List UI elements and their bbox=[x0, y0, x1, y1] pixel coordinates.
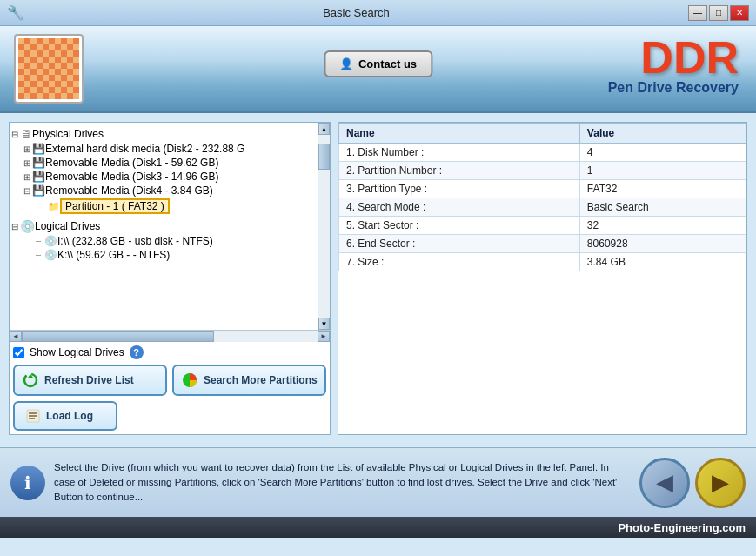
refresh-icon bbox=[22, 372, 39, 389]
close-button[interactable]: ✕ bbox=[730, 5, 749, 21]
log-icon bbox=[25, 408, 41, 424]
row-name: 2. Partition Number : bbox=[339, 162, 580, 180]
table-row: 2. Partition Number :1 bbox=[339, 162, 746, 180]
scroll-down-arrow[interactable]: ▼ bbox=[318, 318, 330, 330]
right-panel: Name Value 1. Disk Number :42. Partition… bbox=[338, 122, 747, 435]
table-row: 4. Search Mode :Basic Search bbox=[339, 198, 746, 217]
status-bar: ℹ Select the Drive (from which you want … bbox=[0, 447, 756, 517]
status-text: Select the Drive (from which you want to… bbox=[54, 460, 631, 506]
tree-item-idrive[interactable]: ┄ 💿 I:\\ (232.88 GB - usb disk - NTFS) bbox=[36, 234, 328, 248]
row-name: 1. Disk Number : bbox=[339, 144, 580, 162]
footer: Photo-Engineering.com bbox=[0, 517, 756, 538]
status-info-icon: ℹ bbox=[10, 466, 45, 500]
scroll-track bbox=[318, 135, 330, 318]
info-table: Name Value 1. Disk Number :42. Partition… bbox=[338, 123, 746, 271]
app-icon: 🔧 bbox=[7, 4, 24, 21]
show-logical-row: Show Logical Drives ? bbox=[13, 345, 326, 359]
row-name: 5. Start Sector : bbox=[339, 217, 580, 235]
expand-icon-disk4: ⊟ bbox=[23, 186, 30, 196]
idrive-icon: 💿 bbox=[44, 235, 57, 247]
row-value: FAT32 bbox=[579, 180, 746, 198]
window-title: Basic Search bbox=[24, 6, 688, 19]
horizontal-scrollbar[interactable]: ◄ ► bbox=[10, 330, 330, 342]
tree-item-partition1[interactable]: 📁 Partition - 1 ( FAT32 ) bbox=[48, 198, 328, 215]
row-value: 1 bbox=[579, 162, 746, 180]
action-buttons: Refresh Drive List Search More Partition… bbox=[13, 365, 326, 396]
row-value: 4 bbox=[579, 144, 746, 162]
back-button[interactable]: ◀ bbox=[639, 458, 690, 508]
tree-item-disk4[interactable]: ⊟ 💾 Removable Media (Disk4 - 3.84 GB) bbox=[23, 184, 328, 198]
disk4-icon: 💾 bbox=[32, 184, 45, 197]
load-log-button[interactable]: Load Log bbox=[13, 401, 117, 431]
next-button[interactable]: ▶ bbox=[695, 458, 746, 508]
vertical-scrollbar[interactable]: ▲ ▼ bbox=[318, 123, 330, 330]
contact-us-button[interactable]: 👤 Contact us bbox=[324, 50, 432, 77]
row-value: 8060928 bbox=[579, 235, 746, 253]
scroll-left-arrow[interactable]: ◄ bbox=[10, 331, 22, 342]
refresh-drive-button[interactable]: Refresh Drive List bbox=[13, 365, 167, 396]
ddr-logo: DDR Pen Drive Recovery bbox=[608, 35, 739, 96]
scroll-thumb[interactable] bbox=[318, 144, 330, 170]
show-logical-label: Show Logical Drives bbox=[30, 346, 124, 358]
row-name: 7. Size : bbox=[339, 253, 580, 271]
expand-icon-disk1: ⊞ bbox=[23, 158, 30, 168]
tree-item-disk3[interactable]: ⊞ 💾 Removable Media (Disk3 - 14.96 GB) bbox=[23, 170, 328, 184]
col-header-value: Value bbox=[579, 124, 746, 144]
left-panel: ⊟ 🖥 Physical Drives ⊞ 💾 External hard di… bbox=[9, 122, 331, 435]
search-partitions-button[interactable]: Search More Partitions bbox=[172, 365, 326, 396]
scroll-right-arrow[interactable]: ► bbox=[318, 331, 330, 342]
kdrive-connector: ┄ bbox=[36, 251, 41, 260]
ddr-title: DDR bbox=[608, 35, 739, 80]
tree-item-disk2[interactable]: ⊞ 💾 External hard disk media (Disk2 - 23… bbox=[23, 142, 328, 156]
tree-item-disk1[interactable]: ⊞ 💾 Removable Media (Disk1 - 59.62 GB) bbox=[23, 156, 328, 170]
h-scroll-thumb[interactable] bbox=[22, 331, 214, 342]
table-row: 5. Start Sector :32 bbox=[339, 217, 746, 235]
minimize-button[interactable]: — bbox=[688, 5, 707, 21]
tree-item-kdrive[interactable]: ┄ 💿 K:\\ (59.62 GB - - NTFS) bbox=[36, 248, 328, 262]
disk2-icon: 💾 bbox=[32, 143, 45, 155]
nav-buttons: ◀ ▶ bbox=[639, 458, 746, 508]
kdrive-label: K:\\ (59.62 GB - - NTFS) bbox=[57, 249, 170, 261]
refresh-btn-label: Refresh Drive List bbox=[44, 374, 134, 386]
row-name: 6. End Sector : bbox=[339, 235, 580, 253]
search-partitions-label: Search More Partitions bbox=[204, 374, 318, 386]
row-value: Basic Search bbox=[579, 198, 746, 217]
table-row: 3. Partition Type :FAT32 bbox=[339, 180, 746, 198]
disk1-label: Removable Media (Disk1 - 59.62 GB) bbox=[45, 157, 218, 169]
tree-root-physical[interactable]: ⊟ 🖥 Physical Drives bbox=[11, 126, 328, 142]
tree-root-logical[interactable]: ⊟ 💿 Logical Drives bbox=[11, 218, 328, 234]
app-logo bbox=[14, 34, 84, 104]
back-icon: ◀ bbox=[656, 469, 673, 496]
idrive-label: I:\\ (232.88 GB - usb disk - NTFS) bbox=[57, 235, 213, 247]
idrive-connector: ┄ bbox=[36, 237, 41, 246]
table-row: 6. End Sector :8060928 bbox=[339, 235, 746, 253]
row-value: 3.84 GB bbox=[579, 253, 746, 271]
show-logical-checkbox[interactable] bbox=[13, 347, 24, 358]
disk3-icon: 💾 bbox=[32, 171, 45, 183]
help-icon[interactable]: ? bbox=[130, 345, 144, 359]
scroll-up-arrow[interactable]: ▲ bbox=[318, 123, 330, 135]
disk1-icon: 💾 bbox=[32, 157, 45, 169]
disk3-label: Removable Media (Disk3 - 14.96 GB) bbox=[45, 171, 218, 183]
footer-brand: Photo-Engineering.com bbox=[618, 521, 746, 534]
tree-wrapper: ⊟ 🖥 Physical Drives ⊞ 💾 External hard di… bbox=[10, 123, 330, 330]
left-bottom-controls: Show Logical Drives ? Refresh Drive List bbox=[10, 342, 330, 434]
logical-drives-icon: 💿 bbox=[20, 219, 35, 233]
physical-drives-label: Physical Drives bbox=[32, 128, 104, 140]
ddr-subtitle: Pen Drive Recovery bbox=[608, 80, 739, 96]
logo-checker-pattern bbox=[18, 38, 79, 99]
tree-container[interactable]: ⊟ 🖥 Physical Drives ⊞ 💾 External hard di… bbox=[10, 123, 330, 330]
row-name: 4. Search Mode : bbox=[339, 198, 580, 217]
row-name: 3. Partition Type : bbox=[339, 180, 580, 198]
expand-icon: ⊟ bbox=[11, 130, 18, 139]
row-value: 32 bbox=[579, 217, 746, 235]
partition-icon: 📁 bbox=[48, 201, 60, 212]
physical-drives-icon: 🖥 bbox=[20, 127, 32, 141]
header: 👤 Contact us DDR Pen Drive Recovery bbox=[0, 26, 756, 113]
table-row: 7. Size :3.84 GB bbox=[339, 253, 746, 271]
maximize-button[interactable]: □ bbox=[709, 5, 728, 21]
next-icon: ▶ bbox=[712, 469, 729, 496]
pie-chart-icon bbox=[181, 372, 198, 389]
disk4-label: Removable Media (Disk4 - 3.84 GB) bbox=[45, 184, 213, 197]
disk2-label: External hard disk media (Disk2 - 232.88… bbox=[45, 143, 244, 155]
